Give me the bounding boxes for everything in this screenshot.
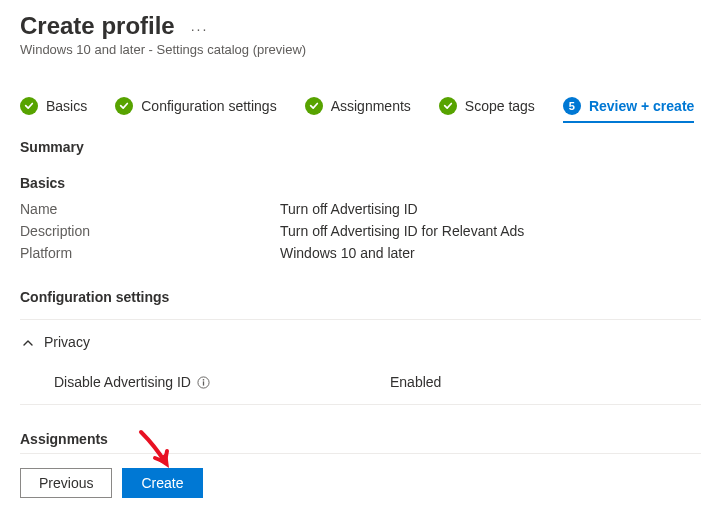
- step-assignments[interactable]: Assignments: [305, 97, 411, 115]
- check-icon: [439, 97, 457, 115]
- step-basics[interactable]: Basics: [20, 97, 87, 115]
- field-label: Name: [20, 201, 280, 217]
- wizard-footer: Previous Create: [20, 468, 701, 498]
- divider: [20, 453, 701, 454]
- step-label: Assignments: [331, 98, 411, 114]
- basics-heading: Basics: [20, 175, 701, 191]
- svg-marker-3: [157, 452, 169, 468]
- svg-point-1: [203, 378, 205, 380]
- info-icon[interactable]: [197, 376, 210, 389]
- field-label: Platform: [20, 245, 280, 261]
- step-configuration-settings[interactable]: Configuration settings: [115, 97, 276, 115]
- settings-group-privacy[interactable]: Privacy: [20, 320, 701, 364]
- more-actions-icon[interactable]: ···: [191, 21, 209, 37]
- wizard-stepper: Basics Configuration settings Assignment…: [20, 97, 701, 115]
- field-label: Description: [20, 223, 280, 239]
- create-button[interactable]: Create: [122, 468, 202, 498]
- setting-value: Enabled: [390, 374, 441, 390]
- config-settings-heading: Configuration settings: [20, 289, 701, 305]
- chevron-up-icon: [22, 336, 34, 348]
- check-icon: [115, 97, 133, 115]
- check-icon: [305, 97, 323, 115]
- setting-row: Disable Advertising ID Enabled: [20, 364, 701, 405]
- basics-row-platform: Platform Windows 10 and later: [20, 245, 701, 261]
- basics-row-description: Description Turn off Advertising ID for …: [20, 223, 701, 239]
- field-value: Turn off Advertising ID for Relevant Ads: [280, 223, 524, 239]
- setting-name-label: Disable Advertising ID: [54, 374, 191, 390]
- previous-button[interactable]: Previous: [20, 468, 112, 498]
- step-review-create[interactable]: 5 Review + create: [563, 97, 694, 123]
- field-value: Turn off Advertising ID: [280, 201, 418, 217]
- summary-heading: Summary: [20, 139, 701, 155]
- step-label: Scope tags: [465, 98, 535, 114]
- step-label: Review + create: [589, 98, 694, 114]
- step-label: Configuration settings: [141, 98, 276, 114]
- page-subtitle: Windows 10 and later - Settings catalog …: [20, 42, 701, 57]
- svg-rect-2: [203, 381, 204, 385]
- check-icon: [20, 97, 38, 115]
- step-number-badge: 5: [563, 97, 581, 115]
- field-value: Windows 10 and later: [280, 245, 415, 261]
- basics-row-name: Name Turn off Advertising ID: [20, 201, 701, 217]
- step-scope-tags[interactable]: Scope tags: [439, 97, 535, 115]
- assignments-heading: Assignments: [20, 431, 701, 447]
- page-title: Create profile: [20, 12, 175, 40]
- settings-group-label: Privacy: [44, 334, 90, 350]
- step-label: Basics: [46, 98, 87, 114]
